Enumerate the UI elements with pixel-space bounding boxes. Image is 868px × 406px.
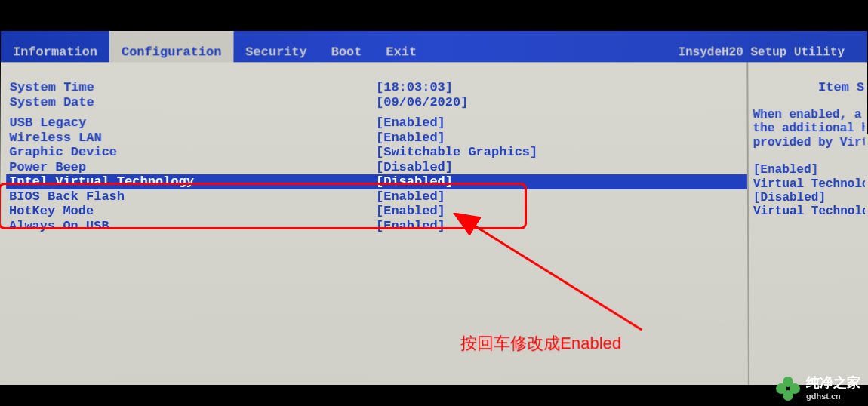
main-panel: System Time [18:03:03] System Date [09/0…: [0, 62, 748, 385]
watermark-url: gdhst.cn: [806, 392, 860, 401]
help-option: [Disabled]: [753, 191, 865, 205]
tab-configuration[interactable]: Configuration: [109, 31, 233, 63]
watermark-name: 纯净之家: [806, 375, 860, 392]
help-line: the additional ha: [753, 122, 865, 136]
setting-hotkey-mode[interactable]: HotKey Mode [Enabled]: [6, 204, 747, 219]
content-area: System Time [18:03:03] System Date [09/0…: [0, 62, 868, 385]
tab-information[interactable]: Information: [1, 42, 109, 62]
setting-wireless-lan[interactable]: Wireless LAN [Enabled]: [6, 131, 746, 146]
menu-bar: Information Configuration Security Boot …: [1, 31, 867, 63]
setting-graphic-device[interactable]: Graphic Device [Switchable Graphics]: [6, 145, 746, 160]
help-panel: Item S When enabled, a V the additional …: [746, 62, 868, 385]
help-option: [Enabled]: [753, 163, 865, 177]
help-option: Virtual Technology: [753, 177, 865, 191]
help-line: provided by Virtu: [753, 136, 865, 149]
setting-power-beep[interactable]: Power Beep [Disabled]: [6, 160, 747, 175]
tab-exit[interactable]: Exit: [374, 42, 429, 62]
utility-title: InsydeH20 Setup Utility: [679, 42, 867, 62]
setting-system-time[interactable]: System Time [18:03:03]: [7, 80, 747, 94]
setting-intel-vt[interactable]: Intel Virtual Technology [Disabled]: [6, 174, 747, 189]
bios-screen: Information Configuration Security Boot …: [0, 31, 868, 386]
setting-always-on-usb[interactable]: Always On USB [Enabled]: [6, 219, 747, 234]
help-line: When enabled, a V: [753, 108, 865, 121]
help-option: Virtual Technology: [753, 205, 865, 218]
watermark-logo-icon: [776, 377, 800, 401]
watermark: 纯净之家 gdhst.cn: [776, 375, 860, 401]
tab-security[interactable]: Security: [233, 42, 319, 62]
annotation-text: 按回车修改成Enabled: [460, 332, 621, 355]
help-title: Item S: [753, 80, 864, 94]
setting-bios-back-flash[interactable]: BIOS Back Flash [Enabled]: [6, 189, 747, 205]
setting-usb-legacy[interactable]: USB Legacy [Enabled]: [7, 115, 747, 131]
setting-system-date[interactable]: System Date [09/06/2020]: [7, 95, 747, 109]
svg-line-1: [472, 224, 642, 330]
tab-boot[interactable]: Boot: [319, 42, 374, 62]
